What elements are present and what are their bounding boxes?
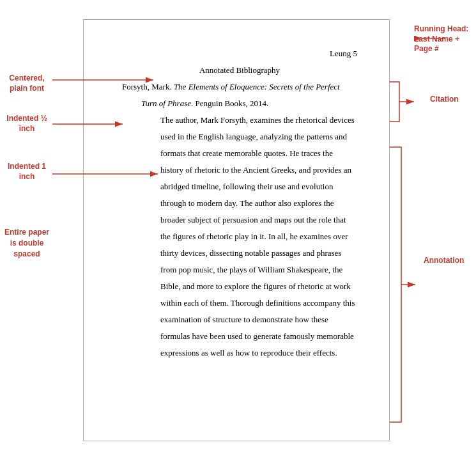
citation-publisher: . Penguin Books, 2014.	[191, 98, 268, 108]
running-head: Leung 5	[330, 45, 357, 62]
bibliography-title: Annotated Bibliography	[122, 62, 357, 79]
label-indented-one: Indented 1 inch	[1, 162, 52, 182]
annotation-block: The author, Mark Forsyth, examines the r…	[122, 112, 357, 361]
label-running-head: Running Head: Last Name + Page #	[414, 24, 475, 54]
paper-document: Leung 5 Annotated Bibliography Forsyth, …	[83, 19, 390, 441]
label-citation: Citation	[430, 95, 475, 104]
label-indented-half: Indented ½ inch	[1, 114, 52, 134]
citation-author: Forsyth, Mark.	[122, 82, 174, 91]
paper-header: Leung 5	[122, 45, 357, 62]
citation-block: Forsyth, Mark. The Elements of Eloquence…	[122, 79, 357, 112]
label-centered: Centered, plain font	[1, 74, 52, 93]
label-annotation: Annotation	[424, 256, 475, 265]
label-double-spaced: Entire paper is double spaced	[1, 227, 52, 259]
